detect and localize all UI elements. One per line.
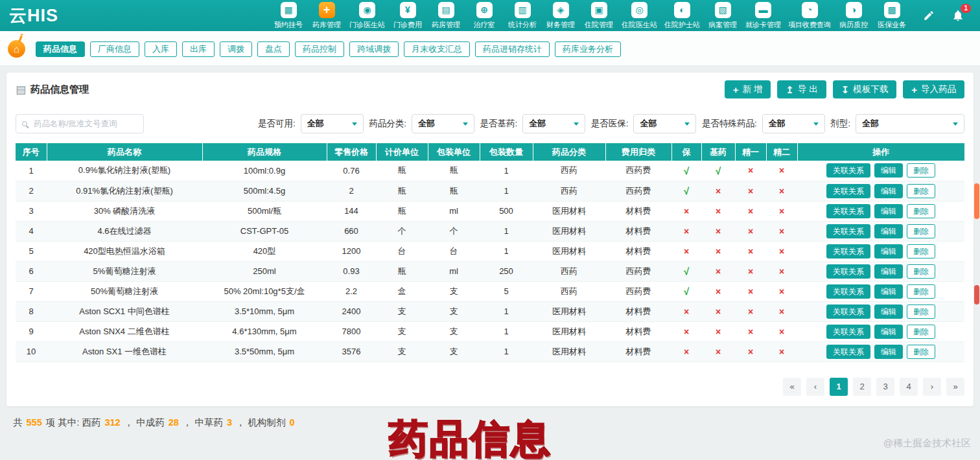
nav-item-label: 门诊费用 — [393, 20, 422, 30]
edit-button[interactable]: 编辑 — [874, 244, 903, 259]
column-header: 精二 — [766, 143, 797, 161]
search-input[interactable] — [32, 119, 137, 129]
nav-item-statistics-analysis[interactable]: ▥统计分析 — [507, 2, 538, 30]
table-row: 44.6在线过滤器CST-GPT-05660个个1医用材料材料费××××关联关系… — [16, 221, 964, 241]
dosage-form-select[interactable]: 全部 — [856, 114, 964, 133]
export-button[interactable]: ↥导 出 — [777, 80, 826, 98]
nav-item-visit-card-management[interactable]: ▬就诊卡管理 — [745, 2, 781, 30]
tab-drug-info[interactable]: 药品信息 — [36, 41, 85, 57]
cell-drug-category: 西药 — [533, 281, 605, 301]
essential-drug-select[interactable]: 全部 — [522, 114, 585, 133]
select-value: 全部 — [862, 118, 879, 130]
cell-package-qty: 1 — [480, 161, 533, 181]
cell-retail-price: 144 — [327, 201, 376, 221]
edit-pencil-icon[interactable] — [923, 10, 935, 21]
edit-button[interactable]: 编辑 — [874, 163, 903, 178]
delete-button[interactable]: 删除 — [907, 284, 935, 299]
nav-item-drug-storage-management[interactable]: +药库管理 — [311, 2, 342, 30]
pagination-last[interactable]: » — [946, 378, 964, 396]
edit-button[interactable]: 编辑 — [874, 284, 903, 299]
edit-button[interactable]: 编辑 — [874, 204, 903, 218]
tab-stock-out[interactable]: 出库 — [182, 41, 215, 57]
delete-button[interactable]: 删除 — [907, 325, 935, 339]
tab-vendor-info[interactable]: 厂商信息 — [90, 41, 139, 57]
scrollbar-thumb[interactable] — [974, 285, 979, 305]
pagination-first[interactable]: « — [783, 378, 801, 396]
nav-item-inpatient-doctor-station[interactable]: ◎住院医生站 — [622, 2, 657, 30]
cell-package-qty: 250 — [480, 261, 533, 281]
tab-drug-control[interactable]: 药品控制 — [295, 41, 344, 57]
pagination-page-1[interactable]: 1 — [830, 378, 848, 396]
relation-button[interactable]: 关联关系 — [826, 204, 870, 218]
nav-item-appointment-registration[interactable]: ▦预约挂号 — [273, 2, 304, 30]
tab-month-end-summary[interactable]: 月末收支汇总 — [404, 41, 470, 57]
nav-item-label: 项目收费查询 — [788, 20, 831, 30]
relation-button[interactable]: 关联关系 — [826, 264, 870, 279]
add-button[interactable]: +新 增 — [725, 80, 771, 98]
pagination-next[interactable]: › — [923, 378, 941, 396]
delete-button[interactable]: 删除 — [907, 224, 935, 238]
edit-button[interactable]: 编辑 — [874, 305, 903, 319]
tab-inventory-check[interactable]: 盘点 — [257, 41, 290, 57]
tab-transfer[interactable]: 调拨 — [220, 41, 252, 57]
edit-button[interactable]: 编辑 — [874, 325, 903, 339]
edit-button[interactable]: 编辑 — [874, 345, 903, 359]
pagination-page-4[interactable]: 4 — [900, 378, 918, 396]
edit-button[interactable]: 编辑 — [874, 264, 903, 279]
cell-pricing-unit: 瓶 — [376, 261, 428, 281]
pagination-page-3[interactable]: 3 — [876, 378, 894, 396]
drug-category-select[interactable]: 全部 — [412, 114, 474, 133]
relation-button[interactable]: 关联关系 — [826, 163, 870, 178]
import-drugs-button[interactable]: +导入药品 — [903, 80, 964, 98]
delete-button[interactable]: 删除 — [907, 244, 935, 259]
relation-button[interactable]: 关联关系 — [826, 325, 870, 339]
nav-item-outpatient-doctor-station[interactable]: ◉门诊医生站 — [349, 2, 385, 30]
delete-button[interactable]: 删除 — [907, 204, 935, 218]
cell-drug-spec: 50% 20ml:10g*5支/盒 — [202, 281, 327, 301]
chevron-down-icon — [953, 122, 958, 126]
cell-package-unit: 支 — [428, 301, 480, 321]
delete-button[interactable]: 删除 — [907, 163, 935, 178]
nav-item-medical-insurance[interactable]: ▩医保业务 — [876, 2, 907, 30]
special-drug-select[interactable]: 全部 — [762, 114, 825, 133]
nav-item-inpatient-nurse-station[interactable]: ◐住院护士站 — [664, 2, 700, 30]
tab-cross-region-transfer[interactable]: 跨域调拨 — [349, 41, 399, 57]
template-download-button[interactable]: ↧模板下载 — [833, 80, 897, 98]
nav-item-finance-management[interactable]: ◈财务管理 — [545, 2, 576, 30]
nav-item-pharmacy-management[interactable]: ▤药房管理 — [430, 2, 461, 30]
relation-button[interactable]: 关联关系 — [826, 224, 870, 238]
delete-button[interactable]: 删除 — [907, 264, 935, 279]
relation-button[interactable]: 关联关系 — [826, 184, 870, 198]
nav-item-treatment-room[interactable]: ⊕治疗室 — [469, 2, 500, 30]
cell-drug-category: 医用材料 — [533, 241, 605, 261]
delete-button[interactable]: 删除 — [907, 345, 935, 359]
delete-button[interactable]: 删除 — [907, 184, 935, 198]
relation-button[interactable]: 关联关系 — [826, 305, 870, 319]
cell-drug-name: 50%葡萄糖注射液 — [47, 281, 202, 301]
cell-insured-cross: × — [671, 301, 701, 321]
nav-item-project-fee-query[interactable]: ◔项目收费查询 — [788, 2, 831, 30]
pagination-page-2[interactable]: 2 — [853, 378, 871, 396]
cell-psychotropic-2-cross: × — [766, 221, 797, 241]
usable-select[interactable]: 全部 — [301, 114, 364, 133]
tab-stock-in[interactable]: 入库 — [145, 41, 177, 57]
notification-bell[interactable]: 1 — [951, 9, 964, 22]
medical-insurance-select[interactable]: 全部 — [633, 114, 696, 133]
relation-button[interactable]: 关联关系 — [826, 244, 870, 259]
cell-fee-category: 材料费 — [605, 201, 671, 221]
relation-button[interactable]: 关联关系 — [826, 345, 870, 359]
nav-item-medical-record-qc[interactable]: ◑病历质控 — [838, 2, 869, 30]
edit-button[interactable]: 编辑 — [874, 184, 903, 198]
edit-button[interactable]: 编辑 — [874, 224, 903, 238]
scrollbar-thumb[interactable] — [974, 183, 979, 219]
nav-item-outpatient-fees[interactable]: ¥门诊费用 — [392, 2, 423, 30]
cell-drug-name: 0.91%氯化钠注射液(塑瓶) — [47, 181, 202, 201]
tab-purchase-sale-stock-stats[interactable]: 药品进销存统计 — [475, 41, 550, 57]
delete-button[interactable]: 删除 — [907, 305, 935, 319]
treatment-room-icon: ⊕ — [476, 2, 493, 18]
tab-storehouse-business-analysis[interactable]: 药库业务分析 — [555, 41, 621, 57]
relation-button[interactable]: 关联关系 — [826, 284, 870, 299]
nav-item-inpatient-management[interactable]: ▣住院管理 — [583, 2, 614, 30]
nav-item-medical-record-management[interactable]: ▧病案管理 — [707, 2, 738, 30]
pagination-prev[interactable]: ‹ — [806, 378, 824, 396]
